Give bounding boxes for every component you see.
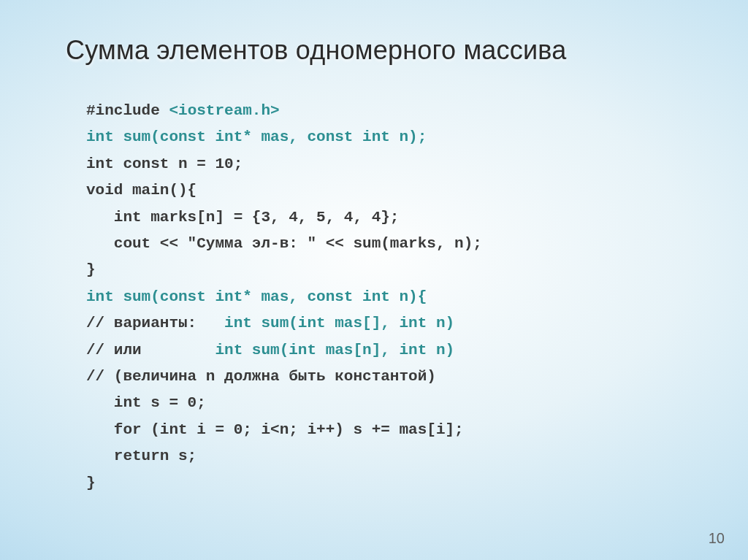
code-line-3: int const n = 10; <box>86 156 243 172</box>
code-line-6: cout << "Сумма эл-в: " << sum(marks, n); <box>86 235 482 252</box>
code-line-11: // (величина n должна быть константой) <box>86 368 436 385</box>
page-number: 10 <box>709 530 725 547</box>
code-line-9b: int sum(int mas[], int n) <box>196 315 454 331</box>
slide: Сумма элементов одномерного массива #inc… <box>0 0 748 560</box>
code-line-4: void main(){ <box>86 182 196 199</box>
slide-title: Сумма элементов одномерного массива <box>66 35 682 66</box>
code-line-2: int sum(const int* mas, const int n); <box>86 129 427 145</box>
code-line-12: int s = 0; <box>86 394 206 411</box>
code-line-10a: // или <box>86 342 142 358</box>
code-line-15: } <box>86 475 96 491</box>
code-line-13: for (int i = 0; i<n; i++) s += mas[i]; <box>86 421 464 438</box>
code-line-10b: int sum(int mas[n], int n) <box>142 342 454 358</box>
code-line-1b: <iostream.h> <box>169 102 279 119</box>
code-line-14: return s; <box>86 448 196 464</box>
code-line-5: int marks[n] = {3, 4, 5, 4, 4}; <box>86 209 399 226</box>
code-line-1a: #include <box>86 102 169 119</box>
code-line-9a: // варианты: <box>86 315 196 331</box>
code-block: #include <iostream.h> int sum(const int*… <box>66 98 682 496</box>
code-line-7: } <box>86 261 96 278</box>
code-line-8: int sum(const int* mas, const int n){ <box>86 288 427 305</box>
